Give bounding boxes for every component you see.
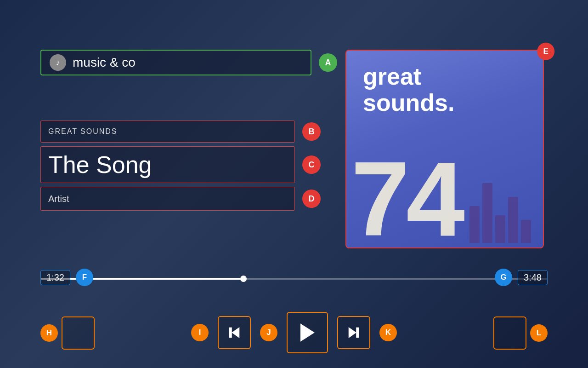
svg-rect-4 — [356, 328, 359, 338]
time-left-group: 1:32 F — [40, 269, 93, 286]
badge-h: H — [40, 324, 58, 342]
playlist-row: GREAT SOUNDS B — [40, 121, 321, 143]
bar-2 — [482, 183, 492, 243]
badge-a: A — [319, 53, 337, 72]
badge-j: J — [260, 324, 277, 341]
album-number: 74 — [351, 146, 461, 248]
time-right-group: G 3:48 — [495, 269, 548, 286]
next-button[interactable] — [337, 316, 370, 349]
bar-4 — [508, 197, 518, 243]
controls-right-group: L — [493, 316, 548, 350]
playlist-label: GREAT SOUNDS — [40, 121, 295, 143]
prev-button[interactable] — [218, 316, 251, 349]
progress-thumb[interactable] — [240, 276, 247, 282]
svg-marker-2 — [301, 324, 314, 341]
prev-icon — [226, 324, 243, 341]
search-bar[interactable]: ♪ music & co — [40, 50, 311, 75]
play-button[interactable] — [287, 312, 328, 353]
artist-label: Artist — [40, 187, 295, 211]
right-extra-icon — [502, 325, 518, 341]
right-extra-button[interactable] — [493, 316, 526, 350]
progress-bar[interactable] — [40, 278, 548, 280]
track-info: GREAT SOUNDS B The Song C Artist D — [40, 121, 321, 214]
song-row: The Song C — [40, 146, 321, 183]
badge-l: L — [530, 324, 548, 342]
badge-c: C — [302, 155, 321, 174]
bar-3 — [495, 215, 505, 243]
total-time-display: 3:48 — [518, 270, 548, 285]
song-title: The Song — [40, 146, 295, 183]
svg-marker-3 — [349, 328, 356, 338]
artist-row: Artist D — [40, 187, 321, 211]
search-bar-section: ♪ music & co A — [40, 50, 337, 75]
bar-5 — [521, 220, 531, 243]
badge-e: E — [537, 43, 554, 60]
music-icon: ♪ — [50, 54, 66, 71]
svg-marker-0 — [232, 328, 239, 338]
badge-g: G — [495, 269, 512, 286]
next-icon — [345, 324, 362, 341]
left-extra-icon — [70, 325, 86, 341]
controls-left-group: H — [40, 316, 95, 350]
current-time: 1:32 — [46, 272, 64, 283]
app-title: music & co — [73, 55, 136, 70]
current-time-display: 1:32 — [40, 270, 70, 285]
total-time: 3:48 — [524, 272, 542, 283]
play-icon — [296, 322, 318, 344]
left-extra-button[interactable] — [62, 316, 95, 350]
progress-section — [40, 278, 548, 285]
controls-center-group: I J K — [191, 312, 397, 353]
album-inner: great sounds. 74 — [346, 51, 543, 247]
bar-1 — [469, 206, 480, 243]
badge-b: B — [302, 122, 321, 141]
badge-d: D — [302, 190, 321, 208]
album-art: great sounds. 74 — [345, 50, 544, 248]
svg-rect-1 — [230, 328, 232, 338]
badge-i: I — [191, 324, 209, 341]
badge-f: F — [76, 269, 93, 286]
album-bar-chart — [469, 155, 543, 247]
album-title: great sounds. — [363, 63, 454, 116]
badge-k: K — [379, 324, 397, 341]
